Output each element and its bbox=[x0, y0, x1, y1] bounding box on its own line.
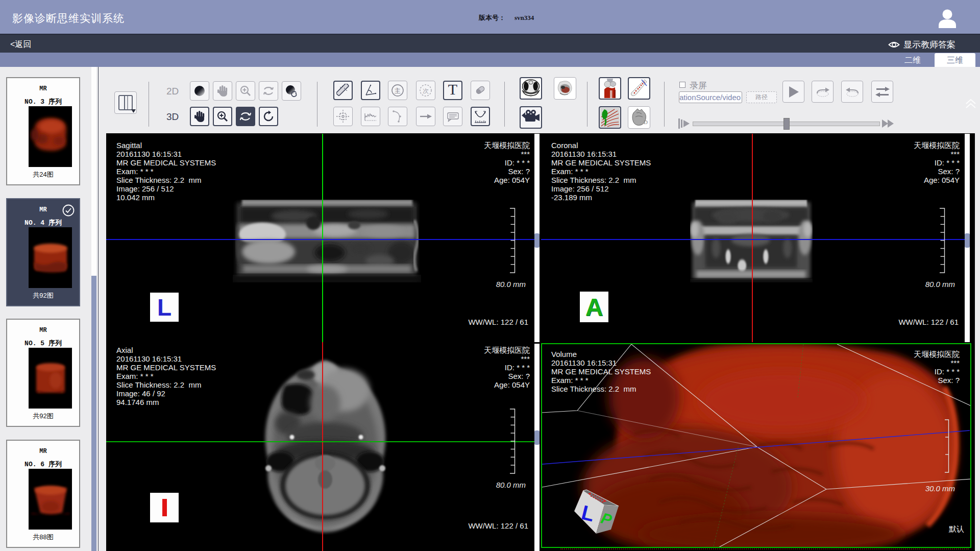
svg-text:D: D bbox=[644, 119, 648, 125]
svg-text:次: 次 bbox=[423, 87, 429, 94]
svg-text:主: 主 bbox=[395, 87, 401, 94]
